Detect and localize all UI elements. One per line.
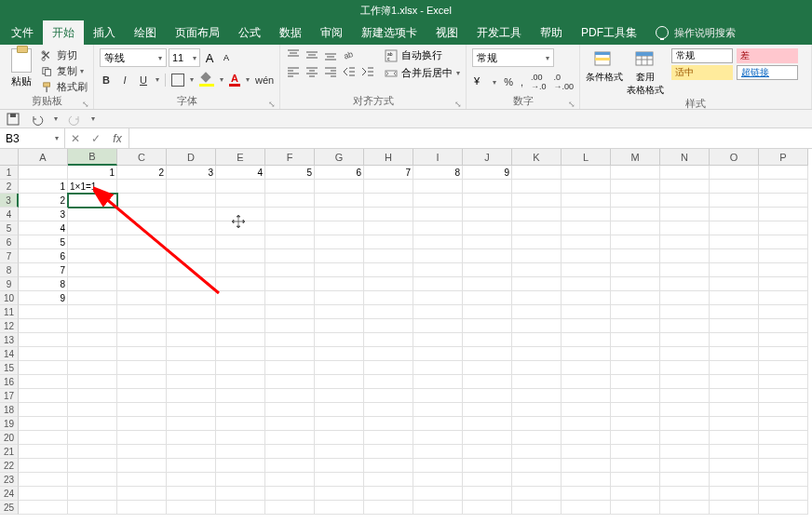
cell[interactable] [19,473,68,487]
row-header[interactable]: 15 [0,361,19,375]
cell[interactable] [315,501,364,515]
cell[interactable] [265,221,315,235]
cell[interactable] [660,333,710,347]
cell[interactable] [759,347,808,361]
cell[interactable] [463,277,512,291]
cell[interactable] [117,221,167,235]
cell[interactable]: 6 [19,249,68,263]
cell[interactable]: 8 [413,166,463,180]
column-header[interactable]: P [759,149,808,166]
cell-style-bad[interactable]: 差 [737,48,798,63]
cell[interactable] [759,459,808,473]
cell[interactable] [19,403,68,417]
cell[interactable] [413,305,463,319]
cell[interactable] [660,305,710,319]
cell[interactable] [167,375,216,389]
cell[interactable] [512,194,562,208]
cell[interactable] [265,459,315,473]
fill-color-button[interactable] [199,74,214,87]
cell[interactable] [167,389,216,403]
cell[interactable] [265,235,315,249]
column-header[interactable]: J [463,149,512,166]
cell[interactable] [759,235,808,249]
cell[interactable] [710,221,759,235]
cell[interactable] [265,473,315,487]
cell[interactable]: 1 [19,180,68,194]
cell[interactable] [315,194,364,208]
cell[interactable] [413,375,463,389]
cell[interactable] [117,361,167,375]
cell[interactable] [68,291,117,305]
row-header[interactable]: 9 [0,277,19,291]
cell[interactable] [167,431,216,445]
cell[interactable] [68,389,117,403]
cell[interactable] [117,501,167,515]
cell[interactable] [216,291,265,305]
cell[interactable] [364,389,413,403]
row-header[interactable]: 21 [0,445,19,459]
cell[interactable] [660,291,710,305]
cell[interactable] [660,403,710,417]
cell[interactable] [710,277,759,291]
column-header[interactable]: O [710,149,759,166]
row-header[interactable]: 22 [0,459,19,473]
cell[interactable] [315,375,364,389]
cell[interactable] [315,361,364,375]
cell[interactable] [759,389,808,403]
cell[interactable] [265,445,315,459]
cell[interactable] [463,235,512,249]
cell[interactable] [463,445,512,459]
cell[interactable] [216,403,265,417]
cell[interactable] [660,221,710,235]
accounting-format-button[interactable]: ¥ [472,74,485,89]
cell[interactable] [265,431,315,445]
cell[interactable] [413,263,463,277]
cell[interactable] [216,375,265,389]
cell[interactable] [216,431,265,445]
row-header[interactable]: 19 [0,417,19,431]
cell[interactable] [562,333,611,347]
cell[interactable] [759,305,808,319]
cell[interactable] [611,389,660,403]
cell[interactable] [759,375,808,389]
cell[interactable] [660,235,710,249]
cell[interactable] [265,277,315,291]
tab-new[interactable]: 新建选项卡 [352,20,426,45]
cell[interactable] [167,305,216,319]
cell[interactable] [167,403,216,417]
cell[interactable] [562,277,611,291]
redo-button[interactable] [67,112,82,127]
cell[interactable] [167,319,216,333]
cell[interactable] [660,277,710,291]
cell[interactable] [710,417,759,431]
cell[interactable] [413,333,463,347]
cell[interactable] [413,180,463,194]
cell[interactable] [710,291,759,305]
row-header[interactable]: 1 [0,166,19,180]
cell[interactable] [463,291,512,305]
cell[interactable] [265,389,315,403]
cell[interactable] [759,431,808,445]
cell[interactable] [611,263,660,277]
cell[interactable] [562,473,611,487]
cell[interactable] [611,180,660,194]
cell[interactable] [68,459,117,473]
align-right-button[interactable] [323,65,338,78]
percent-format-button[interactable]: % [504,76,513,87]
cell[interactable] [611,487,660,501]
cell[interactable] [167,333,216,347]
cell[interactable] [265,305,315,319]
cell[interactable]: 4 [19,221,68,235]
tab-pdf[interactable]: PDF工具集 [572,20,646,45]
align-left-button[interactable] [286,65,301,78]
cell[interactable] [463,194,512,208]
cell[interactable] [167,180,216,194]
cell[interactable] [759,473,808,487]
row-header[interactable]: 13 [0,333,19,347]
cell[interactable] [364,333,413,347]
cell[interactable] [710,305,759,319]
cell[interactable] [364,180,413,194]
cell[interactable] [413,431,463,445]
cell[interactable] [216,319,265,333]
cell[interactable] [759,263,808,277]
